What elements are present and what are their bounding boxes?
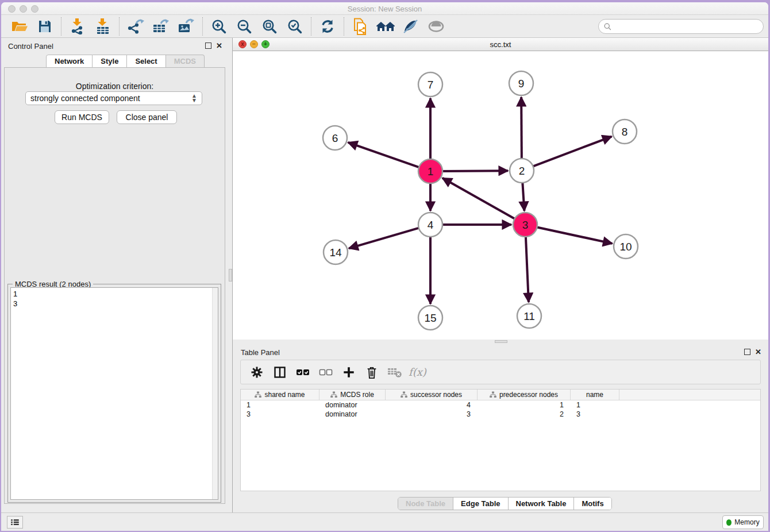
splitter-grip[interactable] <box>229 269 232 282</box>
splitter-grip[interactable] <box>495 340 507 343</box>
graph-node-15[interactable]: 15 <box>418 306 442 330</box>
import-network-button[interactable] <box>65 17 90 36</box>
close-panel-icon[interactable]: ✕ <box>216 42 222 49</box>
column-header-MCDS-role[interactable]: MCDS role <box>319 390 386 400</box>
graph-edge-3-11[interactable] <box>526 233 529 302</box>
memory-button[interactable]: Memory <box>722 515 764 529</box>
table-row[interactable]: 1dominator411 <box>241 400 760 410</box>
select-all-columns-button[interactable] <box>292 363 313 382</box>
table-cell[interactable]: 3 <box>241 410 319 419</box>
column-header-name[interactable]: name <box>571 390 619 400</box>
graph-edge-1-2[interactable] <box>439 171 508 171</box>
table-cell[interactable]: 1 <box>241 400 319 410</box>
import-table-button[interactable] <box>90 17 116 36</box>
zoom-selected-button[interactable] <box>282 17 307 36</box>
column-header-successor-nodes[interactable]: successor nodes <box>386 390 478 400</box>
deselect-all-columns-button[interactable] <box>315 363 336 382</box>
graph-edge-2-8[interactable] <box>530 137 612 168</box>
run-mcds-button[interactable]: Run MCDS <box>55 110 109 124</box>
search-input[interactable] <box>612 21 763 32</box>
graph-node-8[interactable]: 8 <box>613 119 637 144</box>
table-settings-button[interactable] <box>247 363 267 382</box>
graph-node-4[interactable]: 4 <box>418 213 442 237</box>
table-cell[interactable]: 1 <box>571 400 619 410</box>
graph-edge-4-14[interactable] <box>349 227 422 248</box>
table-cell[interactable]: 4 <box>386 400 478 410</box>
result-scrollbar[interactable] <box>212 288 218 499</box>
table-cell[interactable]: 1 <box>478 400 571 410</box>
tab-node-table[interactable]: Node Table <box>398 498 453 510</box>
duplicate-network-button[interactable] <box>348 17 373 36</box>
zoom-out-button[interactable] <box>232 17 257 36</box>
export-table-button[interactable] <box>148 17 174 36</box>
network-window-title: scc.txt <box>233 40 768 49</box>
task-history-button[interactable] <box>7 516 23 529</box>
graph-node-9[interactable]: 9 <box>509 71 533 95</box>
graph-node-14[interactable]: 14 <box>324 240 348 264</box>
graph-node-7[interactable]: 7 <box>418 72 442 97</box>
duplicate-network-icon <box>352 18 368 35</box>
dropdown-stepper-icon: ▲▼ <box>191 94 197 103</box>
tab-select[interactable]: Select <box>127 55 165 68</box>
graph-node-3[interactable]: 3 <box>513 213 537 237</box>
horizontal-splitter[interactable] <box>233 340 768 344</box>
column-label: predecessor nodes <box>499 391 558 399</box>
close-panel-button[interactable]: Close panel <box>117 110 177 124</box>
delete-table-button <box>384 363 405 382</box>
tab-mcds[interactable]: MCDS <box>166 55 205 68</box>
float-panel-icon[interactable] <box>744 349 750 355</box>
graph-edge-1-6[interactable] <box>348 142 422 168</box>
plus-icon <box>342 366 355 379</box>
save-session-button[interactable] <box>32 17 57 36</box>
svg-text:11: 11 <box>523 310 535 322</box>
zoom-fit-icon <box>261 18 278 34</box>
table-cell[interactable]: dominator <box>319 400 386 410</box>
mcds-result-text[interactable]: 1 3 <box>10 287 218 500</box>
table-cell[interactable]: 2 <box>478 410 571 419</box>
table-cell[interactable]: dominator <box>319 410 386 419</box>
hierarchy-icon <box>330 391 337 398</box>
network-canvas[interactable]: 7968124314101511 <box>233 51 768 340</box>
tab-motifs[interactable]: Motifs <box>573 498 611 510</box>
export-image-button[interactable] <box>174 17 199 36</box>
toolbar-separator <box>119 17 120 36</box>
graph-node-2[interactable]: 2 <box>510 159 534 183</box>
graph-edge-2-3[interactable] <box>522 179 525 211</box>
zoom-in-button[interactable] <box>206 17 232 36</box>
column-header-predecessor-nodes[interactable]: predecessor nodes <box>478 390 571 400</box>
column-header-shared-name[interactable]: shared name <box>241 390 319 400</box>
first-neighbors-button[interactable] <box>373 17 398 36</box>
birds-eye-view-button[interactable] <box>424 17 449 36</box>
criterion-dropdown[interactable]: strongly connected component ▲▼ <box>25 91 202 105</box>
graph-node-1[interactable]: 1 <box>418 159 442 183</box>
function-builder-button: f(x) <box>407 363 428 382</box>
toggle-panes-button[interactable] <box>270 363 290 382</box>
table-cell[interactable]: 3 <box>571 410 619 419</box>
zoom-in-icon <box>211 18 227 34</box>
open-session-button[interactable] <box>7 17 32 36</box>
graph-node-10[interactable]: 10 <box>614 234 638 259</box>
zoom-fit-button[interactable] <box>257 17 282 36</box>
table-cell[interactable]: 3 <box>386 410 478 419</box>
svg-text:2: 2 <box>519 165 525 177</box>
toolbar-separator <box>202 17 203 36</box>
graph-edge-3-10[interactable] <box>534 226 613 244</box>
toolbar-separator <box>311 17 311 36</box>
show-hide-details-button[interactable] <box>398 17 424 36</box>
float-panel-icon[interactable] <box>205 43 211 49</box>
create-column-button[interactable] <box>338 363 359 382</box>
tab-network[interactable]: Network <box>46 55 93 68</box>
vertical-splitter[interactable] <box>228 38 233 512</box>
tab-network-table[interactable]: Network Table <box>508 498 574 510</box>
table-row[interactable]: 3dominator323 <box>241 410 760 419</box>
export-network-button[interactable] <box>123 17 148 36</box>
tab-edge-table[interactable]: Edge Table <box>453 498 507 510</box>
tab-style[interactable]: Style <box>93 55 127 68</box>
close-panel-icon[interactable]: ✕ <box>755 348 761 356</box>
graph-edge-2-9[interactable] <box>521 97 522 162</box>
graph-node-6[interactable]: 6 <box>323 126 347 150</box>
graph-node-11[interactable]: 11 <box>517 304 541 328</box>
delete-columns-button[interactable] <box>361 363 382 382</box>
graph-edge-3-1[interactable] <box>442 178 518 221</box>
refresh-network-button[interactable] <box>315 17 340 36</box>
